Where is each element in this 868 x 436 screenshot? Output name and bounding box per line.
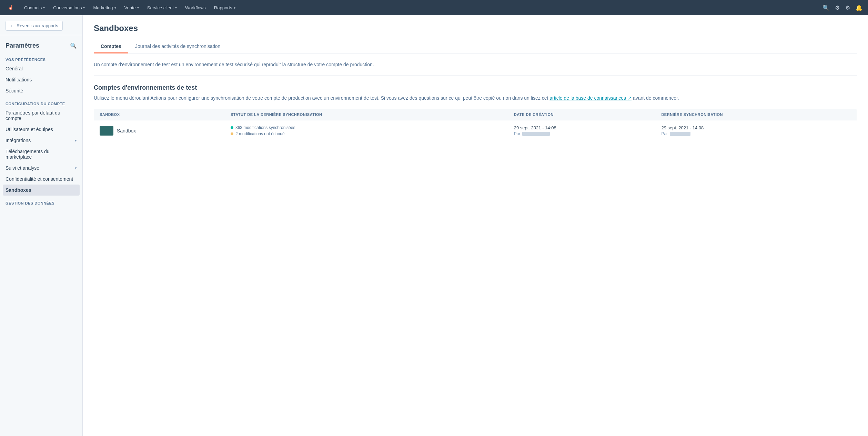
sync-success-dot	[231, 126, 233, 129]
section-heading: Comptes d'environnements de test	[94, 84, 857, 91]
sidebar-item-confidentialite[interactable]: Confidentialité et consentement	[0, 174, 82, 185]
sidebar-item-sandboxes[interactable]: Sandboxes	[3, 185, 80, 196]
marketplace-icon[interactable]: ⚙	[835, 4, 840, 11]
sidebar-item-notifications[interactable]: Notifications	[0, 74, 82, 85]
sidebar-item-telechargements[interactable]: Téléchargements du marketplace	[0, 146, 82, 162]
chevron-down-icon: ▾	[137, 6, 139, 10]
sidebar-search-icon[interactable]: 🔍	[70, 42, 77, 49]
sync-error-text: 2 modifications ont échoué	[235, 131, 285, 136]
date-derniere-value: 29 sept. 2021 - 14:08	[661, 125, 851, 130]
nav-vente[interactable]: Vente ▾	[121, 0, 142, 15]
page-description: Un compte d'environnement de test est un…	[94, 62, 857, 76]
date-derniere-cell: 29 sept. 2021 - 14:08 Par	[656, 120, 857, 141]
table-header-row: SANDBOX STATUT DE LA DERNIÈRE SYNCHRONIS…	[94, 109, 857, 120]
tab-bar: Comptes Journal des activités de synchro…	[94, 40, 857, 53]
date-creation-par: Par	[514, 131, 650, 136]
nav-icons: 🔍 ⚙ ⚙ 🔔	[822, 4, 862, 11]
sidebar-item-utilisateurs[interactable]: Utilisateurs et équipes	[0, 124, 82, 135]
hubspot-logo[interactable]	[6, 3, 15, 12]
sidebar-section-preferences: Vos préférences	[0, 52, 82, 63]
search-icon[interactable]: 🔍	[822, 4, 829, 11]
nav-rapports[interactable]: Rapports ▾	[211, 0, 239, 15]
nav-contacts[interactable]: Contacts ▾	[21, 0, 48, 15]
col-sandbox: SANDBOX	[94, 109, 225, 120]
creator-name-blurred	[522, 132, 550, 136]
sidebar-item-securite[interactable]: Sécurité	[0, 85, 82, 96]
sandbox-name-cell: Sandbox	[94, 120, 225, 141]
nav-conversations[interactable]: Conversations ▾	[50, 0, 88, 15]
svg-point-1	[10, 8, 11, 9]
sandbox-color-block	[100, 126, 113, 136]
sidebar-item-general[interactable]: Général	[0, 63, 82, 74]
sidebar-title-section: Paramètres 🔍	[0, 35, 82, 52]
sync-error-dot	[231, 132, 233, 135]
chevron-down-icon: ▾	[234, 6, 235, 10]
tab-comptes[interactable]: Comptes	[94, 40, 128, 53]
sandbox-table: SANDBOX STATUT DE LA DERNIÈRE SYNCHRONIS…	[94, 109, 857, 141]
chevron-down-icon: ▾	[43, 6, 45, 10]
sidebar-back-section: ← Revenir aux rapports	[0, 15, 82, 35]
knowledge-base-link[interactable]: article de la base de connaissances ↗	[549, 95, 632, 101]
date-creation-value: 29 sept. 2021 - 14:08	[514, 125, 650, 130]
sidebar-item-parametres-defaut[interactable]: Paramètres par défaut du compte	[0, 107, 82, 124]
sidebar-item-suivi-analyse[interactable]: Suivi et analyse ▾	[0, 162, 82, 174]
nav-marketing[interactable]: Marketing ▾	[90, 0, 119, 15]
settings-icon[interactable]: ⚙	[845, 4, 850, 11]
date-derniere-par: Par	[661, 131, 851, 136]
chevron-down-icon: ▾	[75, 166, 77, 170]
sidebar-section-configuration: Configuration du compte	[0, 96, 82, 107]
sidebar-item-integrations[interactable]: Intégrations ▾	[0, 135, 82, 146]
chevron-down-icon: ▾	[75, 138, 77, 143]
col-statut: STATUT DE LA DERNIÈRE SYNCHRONISATION	[225, 109, 508, 120]
nav-workflows[interactable]: Workflows	[182, 0, 209, 15]
chevron-down-icon: ▾	[83, 6, 85, 10]
main-content: Sandboxes Comptes Journal des activités …	[83, 15, 868, 436]
notifications-icon[interactable]: 🔔	[856, 4, 862, 11]
back-arrow-icon: ←	[10, 23, 14, 28]
sidebar-section-gestion: Gestion des données	[0, 196, 82, 207]
chevron-down-icon: ▾	[175, 6, 177, 10]
col-date-creation: DATE DE CRÉATION	[508, 109, 656, 120]
table-row: Sandbox 363 modifications synchronisées …	[94, 120, 857, 141]
nav-service-client[interactable]: Service client ▾	[144, 0, 180, 15]
sidebar-title: Paramètres	[6, 42, 39, 49]
date-creation-cell: 29 sept. 2021 - 14:08 Par	[508, 120, 656, 141]
sync-success-text: 363 modifications synchronisées	[235, 125, 295, 130]
tab-journal[interactable]: Journal des activités de synchronisation	[128, 40, 227, 53]
page-title: Sandboxes	[94, 23, 857, 33]
top-navigation: Contacts ▾ Conversations ▾ Marketing ▾ V…	[0, 0, 868, 15]
sidebar: ← Revenir aux rapports Paramètres 🔍 Vos …	[0, 15, 83, 436]
sandbox-name[interactable]: Sandbox	[117, 128, 136, 133]
back-to-reports-button[interactable]: ← Revenir aux rapports	[6, 21, 63, 31]
section-description: Utilisez le menu déroulant Actions pour …	[94, 94, 857, 102]
chevron-down-icon: ▾	[114, 6, 116, 10]
sync-user-name-blurred	[670, 132, 690, 136]
col-derniere-sync: DERNIÈRE SYNCHRONISATION	[656, 109, 857, 120]
page-layout: ← Revenir aux rapports Paramètres 🔍 Vos …	[0, 15, 868, 436]
sync-status-cell: 363 modifications synchronisées 2 modifi…	[225, 120, 508, 141]
